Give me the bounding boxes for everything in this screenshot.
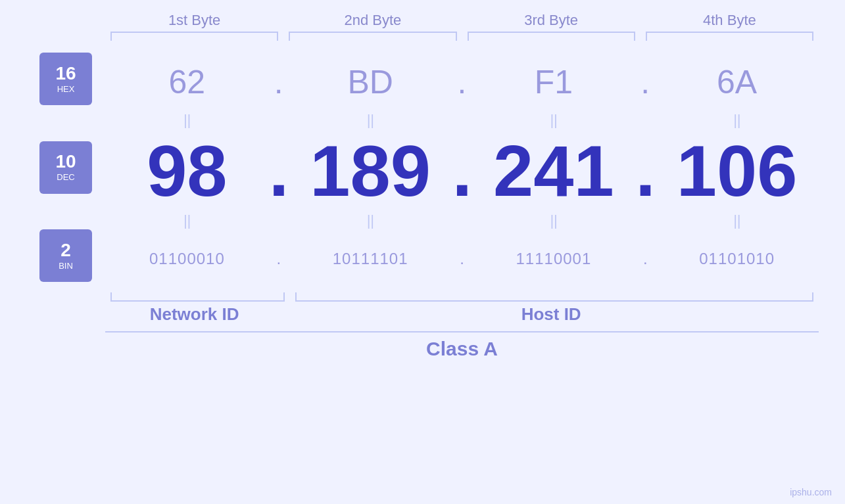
- class-row: Class A: [105, 331, 819, 360]
- dec-byte2: 189: [289, 135, 452, 207]
- top-brackets: [105, 32, 819, 41]
- dec-badge-label: DEC: [57, 172, 74, 182]
- bracket-byte2: [289, 32, 456, 41]
- hex-row: 16 HEX 62 . BD . F1 . 6A: [26, 53, 819, 112]
- eq1-1: ||: [105, 112, 269, 129]
- dec-row: 10 DEC 98 . 189 . 241 . 106: [26, 129, 819, 212]
- bin-badge-wrap: 2 BIN: [26, 229, 105, 288]
- bracket-byte4: [646, 32, 813, 41]
- dec-values: 98 . 189 . 241 . 106: [105, 129, 819, 212]
- host-id-label: Host ID: [283, 304, 819, 325]
- eq-sep2: [452, 112, 472, 129]
- bracket-host: [295, 292, 813, 302]
- bin-dot1: .: [269, 250, 289, 268]
- bracket-byte3: [468, 32, 635, 41]
- hex-byte4: 6A: [655, 63, 819, 101]
- byte-headers: 1st Byte 2nd Byte 3rd Byte 4th Byte: [105, 12, 819, 29]
- hex-badge-number: 16: [55, 64, 76, 83]
- bin-byte2: 10111101: [289, 250, 452, 268]
- dec-badge-number: 10: [55, 152, 76, 171]
- dec-badge: 10 DEC: [39, 141, 92, 194]
- bottom-labels: Network ID Host ID: [105, 304, 819, 325]
- bin-dot2: .: [452, 250, 472, 268]
- hex-dot1: .: [269, 63, 289, 101]
- eq2-4: ||: [655, 212, 819, 229]
- bin-badge-number: 2: [60, 241, 71, 260]
- hex-byte3: F1: [472, 63, 636, 101]
- bin-byte3: 11110001: [472, 250, 636, 268]
- eq-sep3: [635, 112, 655, 129]
- hex-badge-label: HEX: [57, 84, 75, 94]
- bin-byte4: 01101010: [655, 250, 819, 268]
- bottom-brackets: [105, 292, 819, 302]
- eq2-2: ||: [289, 212, 452, 229]
- eq2-1: ||: [105, 212, 269, 229]
- hex-byte1: 62: [105, 63, 269, 101]
- watermark: ipshu.com: [790, 487, 832, 497]
- eq1-2: ||: [289, 112, 452, 129]
- dec-badge-wrap: 10 DEC: [26, 141, 105, 200]
- dec-byte4: 106: [655, 135, 819, 207]
- bottom-section: Network ID Host ID: [105, 292, 819, 325]
- byte4-header: 4th Byte: [640, 12, 819, 29]
- bin-badge-label: BIN: [59, 261, 73, 271]
- main-layout: 1st Byte 2nd Byte 3rd Byte 4th Byte 16 H…: [0, 0, 845, 504]
- hex-badge-wrap: 16 HEX: [26, 53, 105, 112]
- eq-sep4: [269, 212, 289, 229]
- byte3-header: 3rd Byte: [462, 12, 640, 29]
- hex-badge: 16 HEX: [39, 53, 92, 105]
- hex-dot3: .: [635, 63, 655, 101]
- dec-byte3: 241: [472, 135, 636, 207]
- eq1-4: ||: [655, 112, 819, 129]
- dec-dot3: .: [635, 129, 655, 212]
- bracket-byte1: [110, 32, 278, 41]
- network-id-label: Network ID: [105, 304, 283, 325]
- bin-byte1: 01100010: [105, 250, 269, 268]
- eq2-3: ||: [472, 212, 636, 229]
- dec-dot1: .: [269, 129, 289, 212]
- bracket-network: [110, 292, 285, 302]
- byte1-header: 1st Byte: [105, 12, 283, 29]
- dec-byte1: 98: [105, 135, 269, 207]
- hex-dot2: .: [452, 63, 472, 101]
- eq-row-2: || || || ||: [105, 212, 819, 229]
- bin-row: 2 BIN 01100010 . 10111101 . 11110001 . 0…: [26, 229, 819, 288]
- eq1-3: ||: [472, 112, 636, 129]
- hex-values: 62 . BD . F1 . 6A: [105, 63, 819, 101]
- bin-badge: 2 BIN: [39, 229, 92, 282]
- eq-row-1: || || || ||: [105, 112, 819, 129]
- hex-byte2: BD: [289, 63, 452, 101]
- byte2-header: 2nd Byte: [283, 12, 462, 29]
- dec-dot2: .: [452, 129, 472, 212]
- class-label: Class A: [426, 338, 498, 360]
- eq-sep1: [269, 112, 289, 129]
- eq-sep6: [635, 212, 655, 229]
- bin-values: 01100010 . 10111101 . 11110001 . 0110101…: [105, 250, 819, 268]
- bin-dot3: .: [635, 250, 655, 268]
- eq-sep5: [452, 212, 472, 229]
